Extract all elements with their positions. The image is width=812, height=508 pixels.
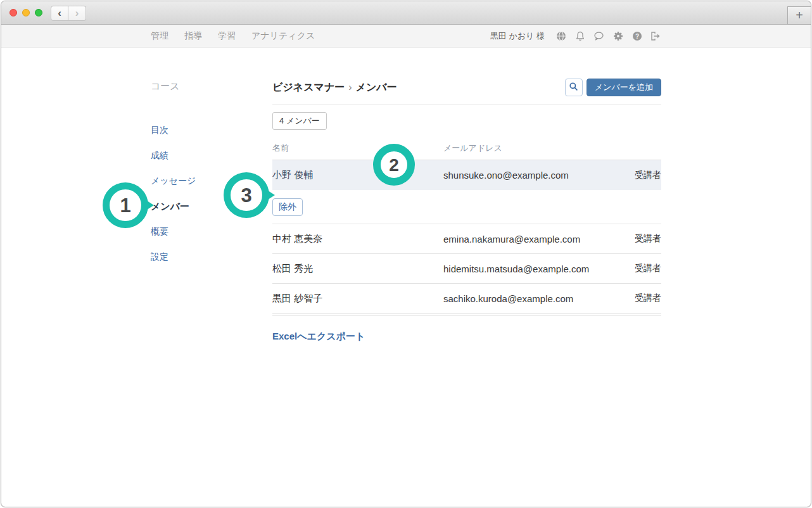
breadcrumb-page: メンバー <box>356 82 397 92</box>
traffic-lights <box>10 9 42 16</box>
svg-text:1: 1 <box>120 194 130 217</box>
member-name[interactable]: 黒田 紗智子 <box>272 293 443 305</box>
member-role: 受講者 <box>635 293 661 304</box>
forward-button[interactable]: › <box>68 6 86 21</box>
sidebar-item-members[interactable]: メンバー <box>151 194 272 219</box>
browser-window: ‹ › + 管理 指導 学習 アナリティクス 黒田 かおり 様 <box>1 1 811 507</box>
globe-icon[interactable] <box>555 30 566 41</box>
sidebar-item-settings[interactable]: 設定 <box>151 244 272 270</box>
help-icon[interactable]: ? <box>631 30 642 41</box>
member-name[interactable]: 中村 恵美奈 <box>272 233 443 245</box>
export-excel-link[interactable]: Excelへエクスポート <box>272 331 365 343</box>
member-role: 受講者 <box>635 233 661 244</box>
breadcrumb: ビジネスマナー›メンバー <box>272 81 565 94</box>
course-sidebar: コース 目次 成績 メッセージ メンバー 概要 設定 <box>151 48 272 343</box>
close-window-button[interactable] <box>10 9 17 16</box>
app-nav-links: 管理 指導 学習 アナリティクス <box>151 30 315 42</box>
nav-item-teach[interactable]: 指導 <box>184 30 202 42</box>
breadcrumb-course[interactable]: ビジネスマナー <box>272 82 345 92</box>
app-navbar: 管理 指導 学習 アナリティクス 黒田 かおり 様 <box>1 25 811 48</box>
sidebar-title: コース <box>151 80 272 92</box>
table-row[interactable]: 黒田 紗智子 sachiko.kuroda@example.com 受講者 <box>272 284 661 314</box>
sidebar-item-messages[interactable]: メッセージ <box>151 168 272 194</box>
sidebar-item-label[interactable]: 目次 <box>151 125 168 136</box>
sidebar-item-overview[interactable]: 概要 <box>151 219 272 244</box>
member-role: 受講者 <box>635 263 661 274</box>
member-email: sachiko.kuroda@example.com <box>443 293 635 304</box>
sidebar-item-toc[interactable]: 目次 <box>151 118 272 143</box>
nav-item-analytics[interactable]: アナリティクス <box>251 30 315 42</box>
table-header: 名前 メールアドレス <box>272 137 661 160</box>
search-button[interactable] <box>565 79 583 96</box>
member-count-badge: 4 メンバー <box>272 112 327 130</box>
table-row[interactable]: 松田 秀光 hidemitsu.matsuda@example.com 受講者 <box>272 254 661 284</box>
sidebar-item-label[interactable]: メッセージ <box>151 175 196 187</box>
members-table: 名前 メールアドレス 小野 俊輔 shunsuke.ono@example.co… <box>272 137 661 315</box>
history-nav: ‹ › <box>51 6 86 21</box>
member-name[interactable]: 小野 俊輔 <box>272 169 443 181</box>
minimize-window-button[interactable] <box>22 9 30 16</box>
sidebar-item-label[interactable]: 成績 <box>151 150 168 162</box>
nav-item-admin[interactable]: 管理 <box>151 30 168 42</box>
sidebar-item-label[interactable]: 概要 <box>151 226 168 238</box>
member-email: emina.nakamura@example.com <box>443 234 635 244</box>
table-end-rule <box>272 314 661 315</box>
header-divider <box>272 105 661 105</box>
column-header-email: メールアドレス <box>443 143 661 154</box>
member-email: hidemitsu.matsuda@example.com <box>443 264 635 274</box>
column-header-name: 名前 <box>272 143 443 154</box>
table-row[interactable]: 中村 恵美奈 emina.nakamura@example.com 受講者 <box>272 224 661 254</box>
zoom-window-button[interactable] <box>35 9 42 16</box>
sidebar-item-label[interactable]: 設定 <box>151 251 168 263</box>
svg-text:?: ? <box>635 32 638 39</box>
member-role: 受講者 <box>635 170 661 181</box>
breadcrumb-separator: › <box>345 82 355 92</box>
annotation-marker-1: 1 <box>101 182 155 229</box>
table-row[interactable]: 小野 俊輔 shunsuke.ono@example.com 受講者 <box>272 160 661 190</box>
search-icon <box>569 82 578 94</box>
back-button[interactable]: ‹ <box>51 6 68 21</box>
new-tab-button[interactable]: + <box>787 6 811 25</box>
remove-member-button[interactable]: 除外 <box>272 198 303 216</box>
chat-icon[interactable] <box>593 30 604 41</box>
member-name[interactable]: 松田 秀光 <box>272 263 443 275</box>
sidebar-item-grades[interactable]: 成績 <box>151 143 272 168</box>
add-member-button[interactable]: メンバーを追加 <box>587 79 661 96</box>
user-name: 黒田 かおり 様 <box>490 30 545 42</box>
nav-item-learn[interactable]: 学習 <box>218 30 236 42</box>
sidebar-item-label[interactable]: メンバー <box>151 201 189 213</box>
member-email: shunsuke.ono@example.com <box>443 170 635 181</box>
row-action-area: 除外 <box>272 190 661 224</box>
window-titlebar: ‹ › + <box>1 1 811 25</box>
gear-icon[interactable] <box>612 30 623 41</box>
logout-icon[interactable] <box>650 30 661 41</box>
bell-icon[interactable] <box>574 30 585 41</box>
